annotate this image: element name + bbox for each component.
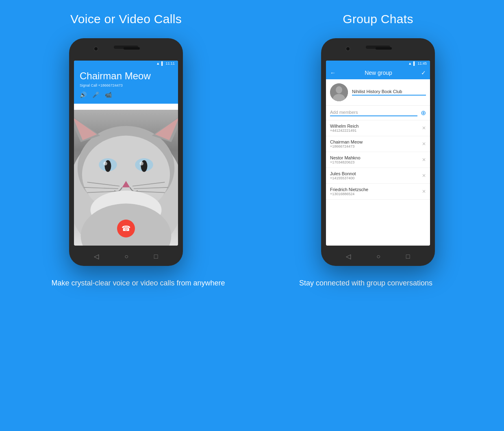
phone-camera-right xyxy=(345,46,350,51)
group-screen: ▲ ▌ 11:45 ← New group ✓ xyxy=(326,61,430,246)
recent-nav-button-left[interactable]: □ xyxy=(154,253,158,260)
member-row-1: Chairman Meow +18666724473 ✕ xyxy=(326,136,430,152)
call-header: Chairman Meow Signal Call +18666724473 🔊… xyxy=(74,66,178,104)
remove-member-button-3[interactable]: ✕ xyxy=(422,173,426,178)
remove-member-button-0[interactable]: ✕ xyxy=(422,125,426,131)
add-members-placeholder[interactable]: Add members xyxy=(330,110,417,116)
right-section-title: Group Chats xyxy=(343,12,413,26)
call-icons-row: 🔊 🎤 📹 xyxy=(80,91,172,98)
top-row: Voice or Video Calls ▲ ▌ 11:11 Chairman … xyxy=(0,0,504,266)
phone-bottom-nav-right: ◁ ○ □ xyxy=(321,253,435,260)
member-info-1: Chairman Meow +18666724473 xyxy=(330,139,363,148)
wifi-signal-icon: ▲ xyxy=(156,61,160,65)
group-time: 11:45 xyxy=(417,61,427,65)
svg-point-23 xyxy=(336,86,342,94)
member-row-4: Friedrich Nietzsche +13016886524 ✕ xyxy=(326,184,430,200)
group-wifi-icon: ▲ xyxy=(408,61,412,65)
group-body: Add members ⊕ Wilhelm Reich +44124222149… xyxy=(326,79,430,246)
group-back-button[interactable]: ← xyxy=(330,70,336,76)
remove-member-button-4[interactable]: ✕ xyxy=(422,189,426,194)
phone-speaker-right xyxy=(376,47,392,50)
call-subtitle: Signal Call +18666724473 xyxy=(80,83,172,87)
member-phone-4: +13016886524 xyxy=(330,192,368,196)
bottom-captions: Make crystal-clear voice or video calls … xyxy=(0,266,504,288)
phone-call: ▲ ▌ 11:11 Chairman Meow Signal Call +186… xyxy=(69,38,183,266)
member-info-3: Jules Bonnot +14155537400 xyxy=(330,171,356,180)
group-confirm-button[interactable]: ✓ xyxy=(421,70,426,76)
group-header: ← New group ✓ xyxy=(326,66,430,79)
member-row: Wilhelm Reich +441242221491 ✕ xyxy=(326,120,430,136)
call-status-text: CONNECTED xyxy=(150,105,174,109)
group-cell-icon: ▌ xyxy=(413,61,416,65)
members-list: Wilhelm Reich +441242221491 ✕ Chairman M… xyxy=(326,120,430,200)
cell-signal-icon: ▌ xyxy=(161,61,164,65)
member-info-4: Friedrich Nietzsche +13016886524 xyxy=(330,187,368,196)
member-phone-2: +17034820623 xyxy=(330,160,361,164)
back-nav-button-right[interactable]: ◁ xyxy=(346,253,351,260)
add-members-row: Add members ⊕ xyxy=(326,106,430,120)
call-contact-name: Chairman Meow xyxy=(80,70,172,82)
member-name-2: Nestor Mahkno xyxy=(330,155,361,160)
home-nav-button-left[interactable]: ○ xyxy=(124,253,128,260)
call-time: 11:11 xyxy=(165,61,175,65)
recent-nav-button-right[interactable]: □ xyxy=(406,253,410,260)
phone-camera-left xyxy=(93,46,98,51)
member-name-3: Jules Bonnot xyxy=(330,171,356,176)
member-name-1: Chairman Meow xyxy=(330,139,363,144)
left-section-title: Voice or Video Calls xyxy=(70,12,182,26)
phone-bottom-nav-left: ◁ ○ □ xyxy=(69,253,183,260)
page: Voice or Video Calls ▲ ▌ 11:11 Chairman … xyxy=(0,0,504,431)
back-nav-button-left[interactable]: ◁ xyxy=(94,253,99,260)
speaker-icon[interactable]: 🔊 xyxy=(80,91,87,98)
right-caption: Stay connected with group conversations xyxy=(263,278,468,288)
group-status-bar: ▲ ▌ 11:45 xyxy=(326,61,430,66)
group-name-input[interactable] xyxy=(352,89,426,96)
left-caption: Make crystal-clear voice or video calls … xyxy=(36,278,241,288)
avatar-image xyxy=(330,83,348,101)
call-screen: ▲ ▌ 11:11 Chairman Meow Signal Call +186… xyxy=(74,61,178,246)
add-member-icon[interactable]: ⊕ xyxy=(421,109,426,117)
remove-member-button-2[interactable]: ✕ xyxy=(422,157,426,163)
group-header-title: New group xyxy=(365,70,392,76)
group-avatar[interactable] xyxy=(330,83,348,101)
member-phone-0: +441242221491 xyxy=(330,128,358,133)
svg-point-9 xyxy=(103,161,107,165)
phone-group: ▲ ▌ 11:45 ← New group ✓ xyxy=(321,38,435,266)
member-phone-3: +14155537400 xyxy=(330,176,356,180)
member-row-2: Nestor Mahkno +17034820623 ✕ xyxy=(326,152,430,168)
cat-image: ☎ xyxy=(74,110,178,246)
call-connected-bar: CONNECTED xyxy=(74,104,178,110)
member-info-2: Nestor Mahkno +17034820623 xyxy=(330,155,361,164)
video-icon[interactable]: 📹 xyxy=(105,91,112,98)
home-nav-button-right[interactable]: ○ xyxy=(376,253,380,260)
member-name-0: Wilhelm Reich xyxy=(330,124,358,128)
end-call-button[interactable]: ☎ xyxy=(117,220,135,237)
member-name-4: Friedrich Nietzsche xyxy=(330,187,368,192)
group-name-row xyxy=(326,79,430,106)
left-section: Voice or Video Calls ▲ ▌ 11:11 Chairman … xyxy=(0,12,252,266)
call-status-bar: ▲ ▌ 11:11 xyxy=(74,61,178,66)
right-section: Group Chats ▲ ▌ 11:45 ← New group xyxy=(252,12,504,266)
mute-icon[interactable]: 🎤 xyxy=(92,91,99,98)
member-row-3: Jules Bonnot +14155537400 ✕ xyxy=(326,168,430,184)
phone-speaker-left xyxy=(124,47,140,50)
member-phone-1: +18666724473 xyxy=(330,144,363,148)
remove-member-button-1[interactable]: ✕ xyxy=(422,141,426,147)
svg-point-12 xyxy=(139,161,143,165)
member-info-0: Wilhelm Reich +441242221491 xyxy=(330,124,358,133)
